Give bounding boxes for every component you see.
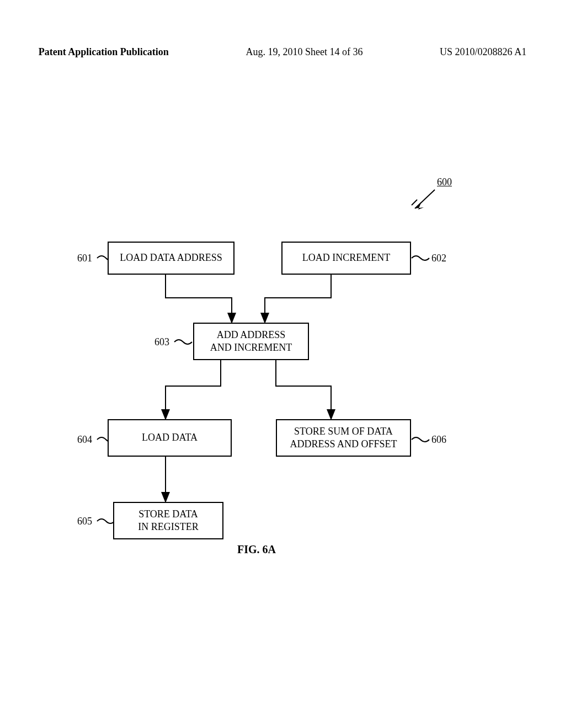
box-605-text: STORE DATA IN REGISTER [138,508,199,534]
box-store-data-register: STORE DATA IN REGISTER [113,502,223,539]
box-606-text: STORE SUM OF DATA ADDRESS AND OFFSET [290,425,397,451]
box-add-address-increment: ADD ADDRESS AND INCREMENT [193,323,309,360]
ref-604: 604 [77,434,92,446]
box-601-text: LOAD DATA ADDRESS [120,251,222,264]
ref-606: 606 [431,434,446,446]
svg-line-1 [415,190,435,208]
ref-602: 602 [431,253,446,264]
box-602-text: LOAD INCREMENT [302,251,391,264]
page-header: Patent Application Publication Aug. 19, … [0,46,565,58]
ref-603: 603 [154,336,169,348]
box-load-data-address: LOAD DATA ADDRESS [108,242,234,275]
ref-600: 600 [437,176,452,188]
box-load-increment: LOAD INCREMENT [281,242,411,275]
diagram-connectors [0,0,565,728]
box-load-data: LOAD DATA [108,419,232,457]
header-publication: Patent Application Publication [39,46,169,58]
header-pubnum: US 2010/0208826 A1 [440,46,526,58]
figure-label: FIG. 6A [237,543,276,556]
box-store-sum: STORE SUM OF DATA ADDRESS AND OFFSET [276,419,411,457]
ref-605: 605 [77,516,92,527]
box-603-text: ADD ADDRESS AND INCREMENT [210,329,292,355]
svg-marker-2 [415,203,424,210]
ref-601: 601 [77,253,92,264]
header-date-sheet: Aug. 19, 2010 Sheet 14 of 36 [246,46,363,58]
box-604-text: LOAD DATA [142,431,198,444]
